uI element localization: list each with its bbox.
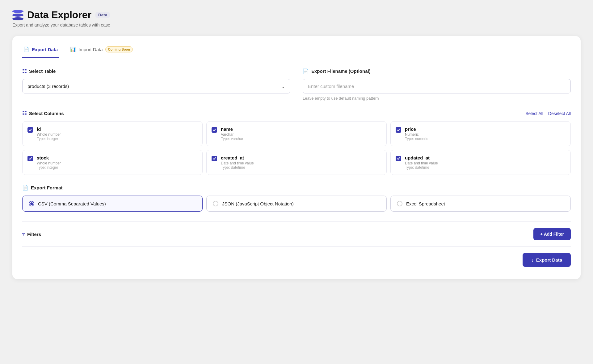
format-option-csv[interactable]: CSV (Comma Separated Values) xyxy=(22,196,203,212)
column-type-created-at: Type: datetime xyxy=(221,165,381,170)
column-card-created-at: created_at Date and time value Type: dat… xyxy=(206,150,387,175)
export-format-header: 📄 Export Format xyxy=(22,185,571,191)
column-type-label-stock: Whole number xyxy=(37,161,197,165)
columns-label-group: ☷ Select Columns xyxy=(22,110,64,116)
columns-grid: id Whole number Type: integer name Varch xyxy=(22,121,571,175)
tab-export-data[interactable]: 📄 Export Data xyxy=(22,43,59,58)
import-tab-icon: 📊 xyxy=(70,47,76,52)
columns-actions: Select All Deselect All xyxy=(525,111,571,116)
format-option-json[interactable]: JSON (JavaScript Object Notation) xyxy=(206,196,387,212)
card-body: ☷ Select Table products (3 records) ⌄ 📄 … xyxy=(12,58,581,279)
app-title: Data Explorer Beta xyxy=(27,9,110,21)
chevron-down-icon: ⌄ xyxy=(281,84,285,89)
database-icon xyxy=(12,10,23,20)
radio-excel xyxy=(397,201,402,206)
export-filename-label: Export Filename (Optional) xyxy=(311,68,371,74)
column-info-updated-at: updated_at Date and time value Type: dat… xyxy=(405,155,566,170)
column-card-updated-at: updated_at Date and time value Type: dat… xyxy=(390,150,571,175)
columns-icon: ☷ xyxy=(22,110,27,116)
select-table-label: Select Table xyxy=(29,68,56,74)
export-data-button[interactable]: ↓ Export Data xyxy=(523,253,571,267)
table-icon: ☷ xyxy=(22,68,27,74)
radio-json xyxy=(213,201,218,206)
coming-soon-badge: Coming Soon xyxy=(105,46,133,52)
select-table-header: ☷ Select Table xyxy=(22,68,290,74)
column-card-id: id Whole number Type: integer xyxy=(22,121,203,146)
column-type-price: Type: numeric xyxy=(405,137,566,141)
download-icon: ↓ xyxy=(531,257,534,263)
filters-text: Filters xyxy=(27,232,41,237)
select-columns-label: Select Columns xyxy=(29,111,64,116)
filters-label: ▿ Filters xyxy=(22,231,41,237)
tab-import-data[interactable]: 📊 Import Data Coming Soon xyxy=(69,43,134,58)
column-name-updated-at: updated_at xyxy=(405,155,566,160)
column-checkbox-stock[interactable] xyxy=(27,156,33,161)
column-info-name: name Varchar Type: varchar xyxy=(221,126,381,141)
select-columns-section: ☷ Select Columns Select All Deselect All xyxy=(22,110,571,175)
format-option-excel[interactable]: Excel Spreadsheet xyxy=(390,196,571,212)
column-type-name: Type: varchar xyxy=(221,137,381,141)
app-header: Data Explorer Beta xyxy=(12,9,581,21)
column-info-created-at: created_at Date and time value Type: dat… xyxy=(221,155,381,170)
column-type-label-price: Numeric xyxy=(405,132,566,137)
format-excel-label: Excel Spreadsheet xyxy=(406,201,445,206)
export-button-label: Export Data xyxy=(536,257,562,263)
column-checkbox-name[interactable] xyxy=(212,127,217,133)
add-filter-label: + Add Filter xyxy=(540,232,564,237)
tabs-bar: 📄 Export Data 📊 Import Data Coming Soon xyxy=(12,36,581,58)
export-format-section: 📄 Export Format CSV (Comma Separated Val… xyxy=(22,185,571,212)
column-info-id: id Whole number Type: integer xyxy=(37,126,197,141)
export-tab-icon: 📄 xyxy=(23,47,29,52)
format-icon: 📄 xyxy=(22,185,28,191)
app-title-text: Data Explorer xyxy=(27,9,91,21)
export-tab-label: Export Data xyxy=(32,47,58,52)
column-info-price: price Numeric Type: numeric xyxy=(405,126,566,141)
filters-row: ▿ Filters + Add Filter xyxy=(22,221,571,243)
column-name-created-at: created_at xyxy=(221,155,381,160)
filter-icon: ▿ xyxy=(22,231,25,237)
filename-input[interactable] xyxy=(303,79,571,93)
column-checkbox-price[interactable] xyxy=(396,127,401,133)
format-json-label: JSON (JavaScript Object Notation) xyxy=(222,201,294,206)
column-name-stock: stock xyxy=(37,155,197,160)
main-card: 📄 Export Data 📊 Import Data Coming Soon … xyxy=(12,36,581,279)
select-all-link[interactable]: Select All xyxy=(525,111,543,116)
beta-badge: Beta xyxy=(95,12,110,18)
column-card-stock: stock Whole number Type: integer xyxy=(22,150,203,175)
format-csv-label: CSV (Comma Separated Values) xyxy=(38,201,106,206)
table-select-dropdown[interactable]: products (3 records) ⌄ xyxy=(22,79,290,93)
export-format-label: Export Format xyxy=(31,185,63,190)
column-type-updated-at: Type: datetime xyxy=(405,165,566,170)
column-type-id: Type: integer xyxy=(37,137,197,141)
column-name-name: name xyxy=(221,126,381,132)
column-type-stock: Type: integer xyxy=(37,165,197,170)
column-checkbox-id[interactable] xyxy=(27,127,33,133)
add-filter-button[interactable]: + Add Filter xyxy=(533,228,571,240)
column-card-price: price Numeric Type: numeric xyxy=(390,121,571,146)
app-subtitle: Export and analyze your database tables … xyxy=(12,23,581,27)
column-checkbox-updated-at[interactable] xyxy=(396,156,401,161)
export-footer: ↓ Export Data xyxy=(22,246,571,269)
column-type-label-name: Varchar xyxy=(221,132,381,137)
radio-csv xyxy=(29,201,34,206)
format-options-grid: CSV (Comma Separated Values) JSON (JavaS… xyxy=(22,196,571,212)
table-filename-row: ☷ Select Table products (3 records) ⌄ 📄 … xyxy=(22,68,571,101)
column-name-id: id xyxy=(37,126,197,132)
import-tab-label: Import Data xyxy=(78,47,103,52)
column-card-name: name Varchar Type: varchar xyxy=(206,121,387,146)
select-table-section: ☷ Select Table products (3 records) ⌄ xyxy=(22,68,290,101)
filename-icon: 📄 xyxy=(303,68,309,74)
columns-section-header: ☷ Select Columns Select All Deselect All xyxy=(22,110,571,116)
selected-table-value: products (3 records) xyxy=(27,84,69,89)
column-type-label-updated-at: Date and time value xyxy=(405,161,566,165)
column-name-price: price xyxy=(405,126,566,132)
column-checkbox-created-at[interactable] xyxy=(212,156,217,161)
column-info-stock: stock Whole number Type: integer xyxy=(37,155,197,170)
column-type-label-id: Whole number xyxy=(37,132,197,137)
filename-hint: Leave empty to use default naming patter… xyxy=(303,96,571,101)
column-type-label-created-at: Date and time value xyxy=(221,161,381,165)
deselect-all-link[interactable]: Deselect All xyxy=(548,111,571,116)
export-filename-header: 📄 Export Filename (Optional) xyxy=(303,68,571,74)
export-filename-section: 📄 Export Filename (Optional) Leave empty… xyxy=(303,68,571,101)
